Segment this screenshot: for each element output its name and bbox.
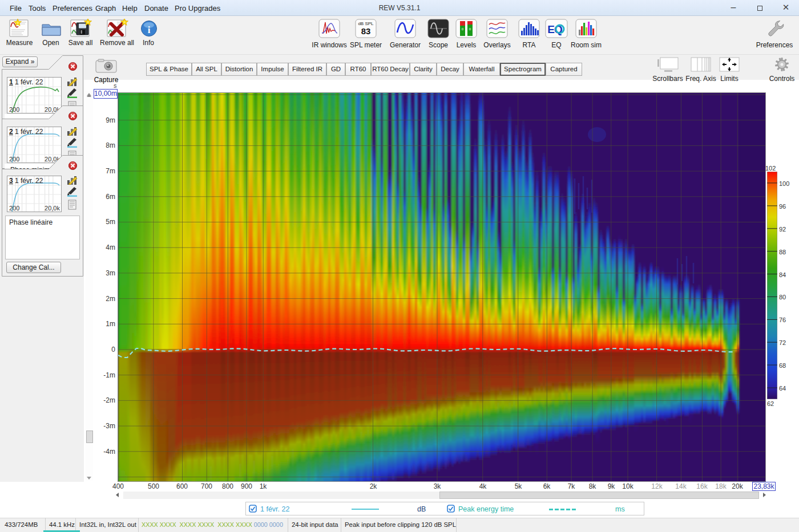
svg-text:dB SPL: dB SPL: [358, 21, 374, 26]
svg-text:83: 83: [361, 26, 371, 36]
svg-text:i: i: [148, 25, 151, 35]
